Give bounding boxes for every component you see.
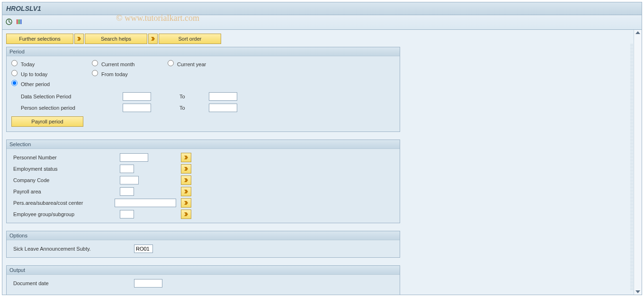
svg-rect-2	[18, 19, 20, 24]
multi-select-icon[interactable]	[181, 164, 191, 174]
scroll-down-icon[interactable]	[635, 290, 640, 293]
search-helps-button[interactable]: Search helps	[85, 34, 147, 44]
sort-order-button[interactable]: Sort order	[159, 34, 221, 44]
multi-select-icon[interactable]	[181, 175, 191, 185]
group-header: Options	[7, 231, 400, 240]
multi-select-icon[interactable]	[181, 198, 191, 208]
employment-status-input[interactable]	[120, 165, 134, 173]
radio-current-month[interactable]: Current month	[92, 60, 168, 67]
radio-label: Up to today	[21, 71, 47, 77]
company-code-input[interactable]	[120, 176, 139, 184]
field-label: Person selection period	[11, 105, 123, 111]
toolbar: © www.tutorialkart.com	[2, 15, 642, 30]
radio-label: Today	[21, 61, 35, 67]
payroll-area-input[interactable]	[120, 187, 134, 196]
work-area: Further selections Search helps Sort ord…	[2, 29, 642, 295]
field-label: Payroll area	[11, 189, 120, 194]
radio-label: Current year	[177, 61, 206, 67]
period-group: Period Today Current month Current year …	[6, 47, 400, 132]
payroll-period-button[interactable]: Payroll period	[11, 116, 83, 127]
data-selection-from-input[interactable]	[123, 92, 151, 101]
arrow-right-icon[interactable]	[74, 34, 84, 44]
svg-rect-1	[17, 19, 18, 24]
field-label: Document date	[11, 280, 134, 286]
execute-clock-icon[interactable]	[5, 18, 13, 26]
field-label: Company Code	[11, 177, 120, 183]
further-selections-button[interactable]: Further selections	[6, 34, 73, 44]
multi-select-icon[interactable]	[181, 210, 191, 219]
person-selection-to-input[interactable]	[209, 104, 237, 112]
scroll-up-icon[interactable]	[635, 31, 640, 34]
page-title: HROLSLV1	[6, 5, 41, 12]
options-group: Options Sick Leave Announcement Subty.	[6, 231, 400, 258]
field-label: Employee group/subgroup	[11, 211, 120, 217]
sick-leave-subty-input[interactable]	[134, 245, 153, 253]
radio-current-year[interactable]: Current year	[168, 60, 243, 67]
field-label: Sick Leave Announcement Subty.	[11, 246, 134, 252]
radio-label: Current month	[101, 61, 134, 67]
field-label: Pers.area/subarea/cost center	[11, 200, 115, 206]
radio-up-to-today[interactable]: Up to today	[11, 70, 92, 77]
period-radio-grid: Today Current month Current year Up to t…	[11, 60, 395, 87]
multi-select-icon[interactable]	[181, 187, 191, 196]
group-header: Output	[7, 266, 400, 275]
data-selection-row: Data Selection Period To	[11, 91, 395, 102]
watermark: © www.tutorialkart.com	[116, 13, 199, 23]
radio-today[interactable]: Today	[11, 60, 92, 67]
scrollbar[interactable]	[634, 30, 642, 295]
variant-icon[interactable]	[16, 18, 23, 26]
selection-group: Selection Personnel Number Employment st…	[6, 140, 400, 223]
pers-area-input[interactable]	[115, 199, 176, 207]
resize-strip[interactable]	[630, 44, 633, 291]
radio-from-today[interactable]: From today	[92, 70, 168, 77]
group-header: Selection	[7, 140, 400, 149]
title-bar: HROLSLV1	[2, 2, 642, 15]
document-date-input[interactable]	[134, 279, 162, 288]
output-group: Output Document date Print-out Output	[6, 265, 400, 295]
employee-group-input[interactable]	[120, 210, 134, 218]
svg-rect-3	[20, 19, 22, 24]
multi-select-icon[interactable]	[181, 153, 191, 162]
content: Further selections Search helps Sort ord…	[6, 34, 628, 291]
field-label: Data Selection Period	[11, 94, 123, 99]
field-label: Employment status	[11, 166, 120, 172]
person-selection-from-input[interactable]	[123, 104, 151, 112]
field-label: Personnel Number	[11, 155, 120, 160]
button-bar: Further selections Search helps Sort ord…	[6, 34, 628, 44]
data-selection-to-input[interactable]	[209, 92, 237, 101]
to-label: To	[179, 105, 209, 111]
person-selection-row: Person selection period To	[11, 102, 395, 114]
group-header: Period	[7, 47, 400, 56]
arrow-right-icon[interactable]	[148, 34, 158, 44]
radio-label: Other period	[21, 81, 50, 87]
personnel-number-input[interactable]	[120, 153, 148, 162]
radio-other-period[interactable]: Other period	[11, 80, 92, 87]
radio-label: From today	[101, 71, 128, 77]
to-label: To	[179, 94, 209, 99]
